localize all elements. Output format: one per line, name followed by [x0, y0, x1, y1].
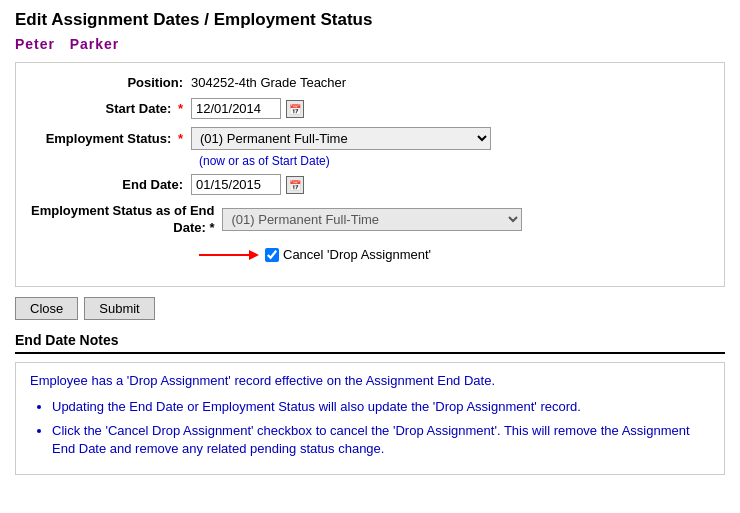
employment-status-select[interactable]: (01) Permanent Full-Time — [191, 127, 491, 150]
notes-highlight: Employee has a 'Drop Assignment' record … — [30, 373, 710, 388]
employment-status-label: Employment Status: * — [31, 131, 191, 146]
form-container: Position: 304252-4th Grade Teacher Start… — [15, 62, 725, 287]
emp-status-end-select[interactable]: (01) Permanent Full-Time — [222, 208, 522, 231]
required-indicator: * — [209, 220, 214, 235]
end-date-notes-title: End Date Notes — [15, 332, 725, 354]
start-date-input[interactable] — [191, 98, 281, 119]
end-date-label: End Date: — [31, 177, 191, 192]
notes-bullet-2: Click the 'Cancel Drop Assignment' check… — [52, 422, 710, 458]
position-row: Position: 304252-4th Grade Teacher — [31, 75, 709, 90]
cancel-assignment-checkbox[interactable] — [265, 248, 279, 262]
start-date-calendar-icon[interactable]: 📅 — [286, 100, 304, 118]
end-date-input[interactable] — [191, 174, 281, 195]
submit-button[interactable]: Submit — [84, 297, 154, 320]
red-arrow-icon — [199, 245, 259, 265]
page-title: Edit Assignment Dates / Employment Statu… — [15, 10, 725, 30]
required-indicator: * — [174, 101, 183, 116]
person-last-name: Parker — [70, 36, 120, 52]
end-date-calendar-icon[interactable]: 📅 — [286, 176, 304, 194]
person-name: Peter Parker — [15, 36, 725, 52]
position-value: 304252-4th Grade Teacher — [191, 75, 346, 90]
required-indicator: * — [174, 131, 183, 146]
employment-status-row: Employment Status: * (01) Permanent Full… — [31, 127, 709, 150]
cancel-assignment-row: Cancel 'Drop Assignment' — [199, 245, 709, 265]
notes-list: Updating the End Date or Employment Stat… — [30, 398, 710, 459]
emp-status-end-row: Employment Status as of End Date: * (01)… — [31, 203, 709, 237]
position-label: Position: — [31, 75, 191, 90]
emp-status-end-label: Employment Status as of End Date: * — [31, 203, 222, 237]
start-date-label: Start Date: * — [31, 101, 191, 116]
employment-status-sublabel: (now or as of Start Date) — [199, 154, 709, 168]
start-date-row: Start Date: * 📅 — [31, 98, 709, 119]
arrow-container: Cancel 'Drop Assignment' — [199, 245, 431, 265]
end-date-row: End Date: 📅 — [31, 174, 709, 195]
svg-marker-1 — [249, 250, 259, 260]
notes-bullet-1: Updating the End Date or Employment Stat… — [52, 398, 710, 416]
person-first-name: Peter — [15, 36, 55, 52]
close-button[interactable]: Close — [15, 297, 78, 320]
button-row: Close Submit — [15, 297, 725, 320]
notes-box: Employee has a 'Drop Assignment' record … — [15, 362, 725, 476]
cancel-assignment-label: Cancel 'Drop Assignment' — [283, 247, 431, 262]
